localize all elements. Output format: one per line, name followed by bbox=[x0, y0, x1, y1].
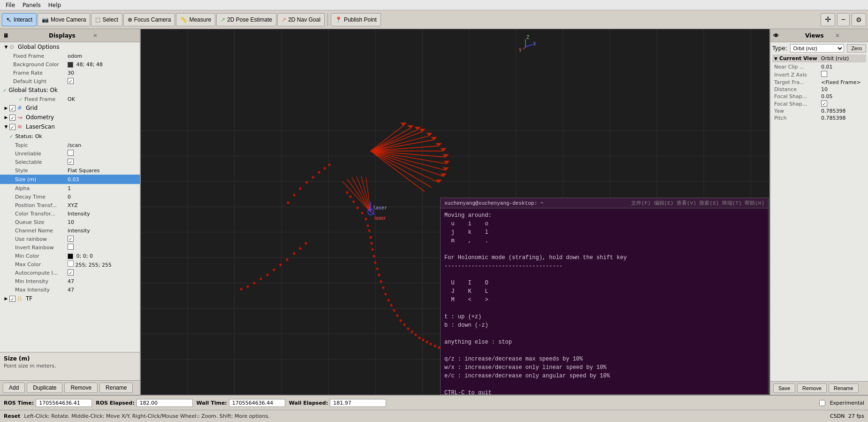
default-light-checkbox[interactable] bbox=[68, 78, 74, 84]
minus-button[interactable]: − bbox=[837, 13, 850, 26]
unreliable-checkbox[interactable] bbox=[68, 150, 74, 156]
global-options-label: Global Options bbox=[18, 44, 60, 50]
term-line-13: b : down (-z) bbox=[444, 321, 764, 330]
alpha-value[interactable]: 1 bbox=[68, 185, 138, 192]
measure-button[interactable]: 📏 Measure bbox=[176, 13, 215, 26]
global-options-expand[interactable] bbox=[3, 45, 9, 49]
select-label: Select bbox=[102, 16, 118, 23]
grid-checkbox[interactable] bbox=[9, 105, 15, 111]
terminal-menu: 文件(F) 编辑(E) 查看(V) 搜索(S) 终端(T) 帮助(H) bbox=[631, 199, 764, 207]
reset-button[interactable]: Reset bbox=[4, 413, 20, 419]
focal-shape2-checkbox[interactable] bbox=[821, 100, 827, 107]
views-type-select[interactable]: Orbit (rviz) bbox=[790, 44, 845, 53]
invert-rainbow-check[interactable] bbox=[68, 244, 138, 251]
duplicate-button[interactable]: Duplicate bbox=[27, 383, 62, 393]
col-transf-value[interactable]: Intensity bbox=[68, 211, 138, 217]
tf-expand[interactable] bbox=[3, 296, 9, 301]
focal-shape2-value[interactable] bbox=[821, 100, 864, 107]
default-light-check[interactable] bbox=[68, 78, 138, 84]
max-color-value[interactable]: 255; 255; 255 bbox=[68, 261, 138, 268]
use-rainbow-check[interactable] bbox=[68, 236, 138, 242]
menu-file[interactable]: File bbox=[2, 1, 19, 9]
autocompute-check[interactable] bbox=[68, 269, 138, 276]
channel-name-row: Channel Name intensity bbox=[0, 226, 140, 235]
select-button[interactable]: ⬚ Select bbox=[91, 13, 122, 26]
views-remove-button[interactable]: Remove bbox=[797, 384, 827, 393]
move-camera-button[interactable]: 📷 Move Camera bbox=[38, 13, 90, 26]
wall-elapsed-label: Wall Elapsed: bbox=[289, 400, 328, 406]
invert-z-value[interactable] bbox=[821, 71, 864, 78]
rename-button[interactable]: Rename bbox=[99, 383, 133, 393]
views-close-button[interactable]: ✕ bbox=[835, 32, 865, 39]
global-status-row[interactable]: ✓ Global Status: Ok bbox=[0, 85, 140, 95]
fixed-frame-value[interactable]: odom bbox=[68, 53, 138, 59]
odometry-checkbox[interactable] bbox=[9, 115, 15, 121]
size-value[interactable]: 0.03 bbox=[68, 176, 138, 183]
global-options-row[interactable]: ⊙ Global Options bbox=[0, 42, 140, 52]
decay-time-value[interactable]: 0 bbox=[68, 194, 138, 200]
term-line-16 bbox=[444, 346, 764, 355]
laserscan-icon: ≋ bbox=[17, 123, 25, 130]
laserscan-expand[interactable] bbox=[3, 124, 9, 129]
invert-rainbow-checkbox[interactable] bbox=[68, 244, 74, 250]
near-clip-value[interactable]: 0.01 bbox=[821, 64, 864, 70]
target-frame-value[interactable]: <Fixed Frame> bbox=[821, 79, 864, 85]
pitch-label: Pitch bbox=[774, 115, 821, 121]
autocompute-checkbox[interactable] bbox=[68, 269, 74, 276]
publish-point-button[interactable]: 📍 Publish Point bbox=[331, 13, 381, 26]
views-save-button[interactable]: Save bbox=[773, 384, 795, 393]
grid-row[interactable]: # Grid bbox=[0, 103, 140, 113]
max-intensity-value[interactable]: 47 bbox=[68, 287, 138, 293]
term-line-11 bbox=[444, 304, 764, 313]
pos-transf-value[interactable]: XYZ bbox=[68, 202, 138, 208]
publish-point-label: Publish Point bbox=[344, 16, 377, 23]
pitch-value[interactable]: 0.785398 bbox=[821, 115, 864, 121]
selectable-checkbox[interactable] bbox=[68, 159, 74, 165]
tf-checkbox[interactable] bbox=[9, 296, 15, 302]
experimental-checkbox[interactable] bbox=[819, 400, 825, 406]
displays-buttons: Add Duplicate Remove Rename bbox=[0, 380, 140, 395]
yaw-value[interactable]: 0.785398 bbox=[821, 108, 864, 114]
laserscan-row[interactable]: ≋ LaserScan bbox=[0, 122, 140, 131]
invert-z-checkbox[interactable] bbox=[821, 71, 827, 77]
bg-color-value[interactable]: 48; 48; 48 bbox=[68, 61, 138, 68]
unreliable-check[interactable] bbox=[68, 150, 138, 157]
queue-size-value[interactable]: 10 bbox=[68, 219, 138, 225]
menu-help[interactable]: Help bbox=[45, 1, 65, 9]
settings-button[interactable]: ⚙ bbox=[852, 13, 866, 26]
menu-panels[interactable]: Panels bbox=[19, 1, 45, 9]
style-value[interactable]: Flat Squares bbox=[68, 168, 138, 174]
remove-button[interactable]: Remove bbox=[64, 383, 98, 393]
grid-expand[interactable] bbox=[3, 106, 9, 110]
plus-button[interactable]: ✛ bbox=[821, 13, 835, 26]
odometry-expand[interactable] bbox=[3, 115, 9, 120]
displays-close-button[interactable]: ✕ bbox=[93, 32, 137, 39]
odometry-row[interactable]: ↝ Odometry bbox=[0, 113, 140, 122]
views-zero-button[interactable]: Zero bbox=[847, 44, 866, 53]
interact-button[interactable]: ↖ Interact bbox=[2, 13, 37, 26]
current-view-expand[interactable] bbox=[774, 55, 777, 61]
2d-nav-button[interactable]: ↗ 2D Nav Goal bbox=[277, 13, 325, 26]
distance-value[interactable]: 10 bbox=[821, 86, 864, 92]
2d-pose-button[interactable]: ↗ 2D Pose Estimate bbox=[216, 13, 276, 26]
selectable-check[interactable] bbox=[68, 159, 138, 165]
fps-value: 27 fps bbox=[848, 413, 864, 419]
odometry-label: Odometry bbox=[26, 114, 68, 121]
views-rename-button[interactable]: Rename bbox=[829, 384, 859, 393]
ros-time-value: 1705564636.41 bbox=[36, 399, 92, 407]
focal-shape1-value[interactable]: 0.05 bbox=[821, 93, 864, 100]
near-clip-row: Near Clip ... 0.01 bbox=[772, 63, 866, 70]
use-rainbow-checkbox[interactable] bbox=[68, 236, 74, 242]
add-button[interactable]: Add bbox=[3, 383, 25, 393]
term-line-19: e/c : increase/decrease only angular spe… bbox=[444, 372, 764, 380]
min-intensity-value[interactable]: 47 bbox=[68, 278, 138, 284]
gs-fixed-frame-label: ✓ Fixed Frame bbox=[2, 96, 68, 102]
min-color-value[interactable]: 0; 0; 0 bbox=[68, 253, 138, 259]
laserscan-checkbox[interactable] bbox=[9, 124, 15, 130]
topic-value[interactable]: /scan bbox=[68, 142, 138, 148]
size-row[interactable]: Size (m) 0.03 bbox=[0, 175, 140, 184]
channel-name-value[interactable]: intensity bbox=[68, 228, 138, 234]
tf-row[interactable]: ⟨⟩ TF bbox=[0, 294, 140, 303]
focus-camera-button[interactable]: ⊕ Focus Camera bbox=[123, 13, 175, 26]
frame-rate-value[interactable]: 30 bbox=[68, 70, 138, 76]
